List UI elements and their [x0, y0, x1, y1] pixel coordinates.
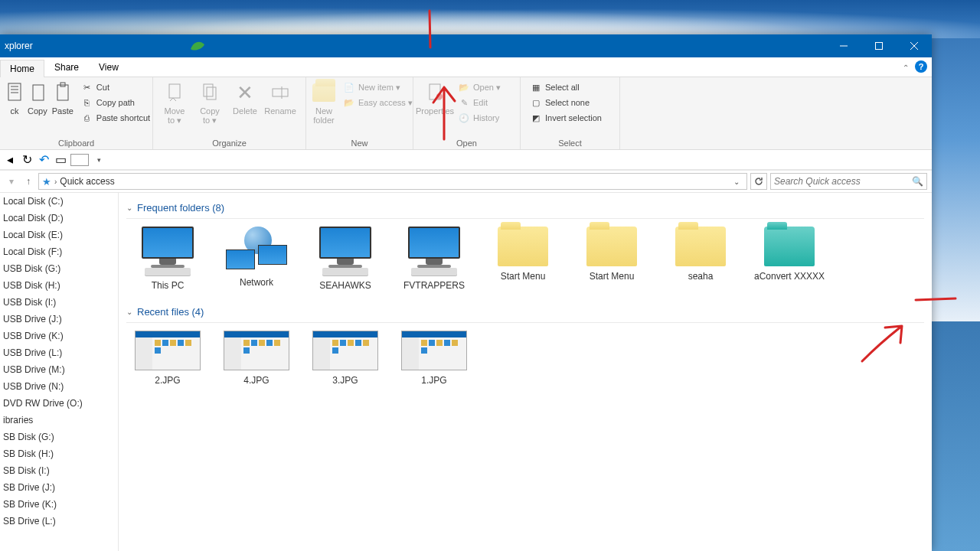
nav-item[interactable]: USB Drive (K:): [0, 328, 118, 344]
title-bar[interactable]: xplorer: [0, 34, 932, 57]
address-dropdown-button[interactable]: ⌄: [730, 178, 743, 186]
nav-item[interactable]: SB Disk (H:): [0, 445, 118, 462]
screenshot-thumb-icon: [135, 331, 201, 370]
monitor-icon: [408, 227, 460, 276]
folder-icon: [498, 227, 548, 266]
copy-to-button[interactable]: Copy to ▾: [193, 79, 227, 126]
nav-item[interactable]: Local Disk (C:): [0, 193, 118, 210]
nav-item[interactable]: Local Disk (F:): [0, 243, 118, 260]
folder-tile[interactable]: Network: [220, 227, 293, 291]
invert-selection-button[interactable]: ◩Invert selection: [527, 111, 605, 125]
nav-item[interactable]: USB Drive (N:): [0, 378, 118, 395]
close-button[interactable]: [897, 34, 932, 57]
invert-icon: ◩: [530, 112, 542, 124]
nav-item[interactable]: DVD RW Drive (O:): [0, 395, 118, 412]
group-header-recent[interactable]: ⌄ Recent files (4): [126, 302, 924, 323]
rename-button[interactable]: Rename: [263, 79, 297, 117]
nav-item[interactable]: SB Drive (K:): [0, 496, 118, 513]
delete-button[interactable]: ✕Delete: [228, 79, 262, 117]
move-to-button[interactable]: Move to ▾: [158, 79, 191, 126]
svg-rect-3: [57, 85, 68, 100]
history-button[interactable]: 🕘History: [455, 111, 504, 125]
search-box[interactable]: 🔍: [770, 173, 927, 190]
breadcrumb[interactable]: Quick access: [60, 176, 114, 187]
folder-tile[interactable]: SEAHAWKS: [309, 227, 382, 291]
qat-input[interactable]: [70, 154, 89, 166]
group-header-frequent[interactable]: ⌄ Frequent folders (8): [126, 197, 924, 219]
maximize-button[interactable]: [861, 34, 897, 57]
quick-access-icon: ★: [42, 176, 51, 187]
open-icon: 📂: [458, 81, 470, 93]
minimize-button[interactable]: [826, 34, 861, 57]
paste-button[interactable]: Paste: [51, 79, 75, 117]
nav-item[interactable]: Local Disk (E:): [0, 227, 118, 243]
folder-tile[interactable]: Start Menu: [486, 227, 560, 291]
folder-tile[interactable]: This PC: [131, 227, 204, 291]
search-input[interactable]: [774, 176, 912, 187]
folder-tile[interactable]: seaha: [664, 227, 737, 291]
nav-item[interactable]: USB Drive (J:): [0, 311, 118, 328]
history-icon: 🕘: [458, 112, 470, 124]
nav-back-button[interactable]: ▾: [5, 174, 18, 188]
nav-item[interactable]: USB Drive (L:): [0, 344, 118, 361]
svg-rect-7: [207, 87, 216, 99]
select-none-button[interactable]: ▢Select none: [527, 96, 605, 109]
properties-button[interactable]: Properties: [418, 79, 452, 117]
tile-label: 2.JPG: [155, 375, 180, 386]
tile-label: SEAHAWKS: [319, 280, 371, 291]
refresh-button[interactable]: [750, 173, 767, 190]
file-tile[interactable]: 2.JPG: [131, 331, 204, 386]
file-tile[interactable]: 4.JPG: [220, 331, 293, 386]
open-button[interactable]: 📂Open ▾: [455, 80, 504, 94]
tab-view[interactable]: View: [89, 58, 129, 77]
screenshot-thumb-icon: [224, 331, 289, 370]
qat-properties-icon[interactable]: ▭: [54, 153, 67, 167]
shortcut-icon: ⎙: [81, 112, 93, 124]
svg-rect-0: [876, 43, 883, 50]
nav-item[interactable]: SB Drive (L:): [0, 513, 118, 530]
nav-up-button[interactable]: ↑: [21, 174, 35, 188]
window-title: xplorer: [0, 41, 33, 51]
new-item-button[interactable]: 📄New item ▾: [340, 80, 416, 94]
new-item-icon: 📄: [343, 81, 355, 93]
select-all-icon: ▦: [530, 81, 542, 93]
nav-item[interactable]: SB Drive (J:): [0, 479, 118, 496]
file-tile[interactable]: 3.JPG: [309, 331, 382, 386]
file-tile[interactable]: 1.JPG: [397, 331, 471, 386]
pin-button[interactable]: ck: [5, 79, 24, 117]
navigation-pane[interactable]: Local Disk (C:)Local Disk (D:)Local Disk…: [0, 193, 119, 551]
network-icon: [226, 227, 287, 272]
nav-item[interactable]: Local Disk (D:): [0, 210, 118, 227]
nav-item[interactable]: USB Disk (H:): [0, 277, 118, 294]
nav-item[interactable]: USB Disk (G:): [0, 260, 118, 277]
chevron-down-icon: ⌄: [126, 204, 132, 212]
copy-path-button[interactable]: ⎘Copy path: [78, 96, 153, 109]
qat-redo-icon[interactable]: ↻: [20, 153, 34, 167]
content-pane[interactable]: ⌄ Frequent folders (8) This PCNetworkSEA…: [119, 193, 932, 551]
tab-share[interactable]: Share: [44, 58, 89, 77]
new-folder-button[interactable]: New folder: [311, 79, 337, 126]
select-all-button[interactable]: ▦Select all: [527, 80, 605, 94]
easy-access-button[interactable]: 📂Easy access ▾: [340, 96, 416, 109]
qat-undo-icon[interactable]: ↶: [37, 153, 51, 167]
tile-label: Start Menu: [590, 271, 635, 282]
folder-tile[interactable]: Start Menu: [575, 227, 648, 291]
folder-tile[interactable]: FVTRAPPERS: [397, 227, 471, 291]
nav-item[interactable]: SB Disk (G:): [0, 429, 118, 445]
paste-shortcut-button[interactable]: ⎙Paste shortcut: [78, 111, 153, 125]
nav-item[interactable]: ibraries: [0, 412, 118, 429]
folder-tile[interactable]: aConvert XXXXX: [753, 227, 826, 291]
edit-button[interactable]: ✎Edit: [455, 96, 504, 109]
copy-button[interactable]: Copy: [26, 79, 49, 117]
nav-item[interactable]: SB Disk (I:): [0, 462, 118, 479]
nav-item[interactable]: USB Drive (M:): [0, 361, 118, 378]
address-bar[interactable]: ★ › Quick access ⌄: [38, 173, 747, 190]
monitor-icon: [319, 227, 371, 276]
tab-home[interactable]: Home: [0, 60, 44, 77]
help-icon[interactable]: ?: [915, 60, 927, 73]
qat-back-icon[interactable]: ◂: [3, 153, 17, 167]
collapse-ribbon-button[interactable]: ⌃: [903, 64, 909, 72]
cut-button[interactable]: ✂Cut: [78, 80, 153, 94]
nav-item[interactable]: USB Disk (I:): [0, 294, 118, 311]
qat-customize-button[interactable]: ▾: [92, 153, 106, 167]
